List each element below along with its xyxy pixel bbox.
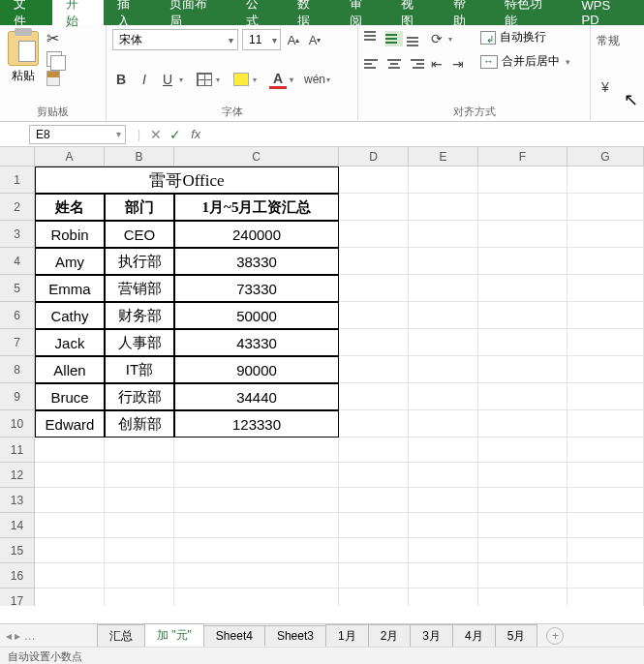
cell[interactable] — [174, 538, 339, 563]
fx-icon[interactable]: fx — [191, 127, 200, 141]
column-header[interactable]: G — [567, 147, 644, 166]
cut-icon[interactable]: ✂ — [46, 29, 62, 47]
cell[interactable] — [409, 194, 478, 221]
align-middle-button[interactable] — [385, 31, 403, 46]
cell[interactable] — [105, 513, 174, 538]
menu-feature[interactable]: 特色功能 — [491, 0, 567, 25]
cell[interactable] — [105, 438, 174, 463]
menu-insert[interactable]: 插入 — [104, 0, 156, 25]
cell[interactable] — [409, 221, 478, 248]
cell[interactable] — [339, 410, 409, 438]
add-sheet-button[interactable]: + — [546, 627, 564, 645]
cell[interactable] — [339, 589, 409, 606]
row-header[interactable]: 11 — [0, 438, 35, 463]
align-right-button[interactable] — [407, 56, 424, 72]
cell[interactable] — [409, 488, 478, 513]
cell[interactable] — [409, 563, 478, 589]
cell[interactable] — [105, 589, 174, 606]
menu-view[interactable]: 视图 — [387, 0, 440, 25]
currency-button[interactable]: ¥ — [597, 77, 614, 97]
cell[interactable] — [339, 383, 409, 410]
column-header[interactable]: F — [478, 147, 567, 166]
cell[interactable] — [478, 383, 567, 410]
italic-button[interactable]: I — [136, 70, 153, 89]
cell[interactable] — [478, 194, 567, 221]
row-header[interactable]: 8 — [0, 356, 35, 383]
cell[interactable] — [339, 194, 409, 221]
cell[interactable] — [174, 563, 339, 589]
select-all-corner[interactable] — [0, 147, 35, 166]
cell[interactable] — [567, 302, 644, 329]
cell[interactable] — [478, 513, 567, 538]
orientation-button[interactable]: ⟳ — [428, 29, 445, 48]
cell[interactable] — [35, 538, 105, 563]
menu-formula[interactable]: 公式 — [232, 0, 285, 25]
indent-increase-button[interactable]: ⇥ — [449, 54, 467, 74]
row-header[interactable]: 6 — [0, 302, 35, 329]
cell[interactable] — [567, 248, 644, 275]
align-top-button[interactable] — [364, 31, 382, 46]
column-header[interactable]: A — [35, 147, 105, 166]
bold-button[interactable]: B — [112, 70, 130, 89]
tab-nav[interactable]: ◂ ▸ … — [6, 629, 36, 643]
font-grow-button[interactable]: A▴ — [285, 30, 302, 49]
cell[interactable] — [478, 488, 567, 513]
row-header[interactable]: 12 — [0, 463, 35, 488]
cell[interactable] — [409, 383, 478, 410]
menu-data[interactable]: 数据 — [284, 0, 336, 25]
cell[interactable] — [105, 538, 174, 563]
align-center-button[interactable] — [385, 56, 403, 72]
menu-home[interactable]: 开始 — [52, 0, 105, 25]
cell[interactable] — [409, 248, 478, 275]
row-header[interactable]: 4 — [0, 248, 35, 275]
align-bottom-button[interactable] — [407, 31, 424, 46]
cell[interactable] — [409, 438, 478, 463]
cell[interactable] — [339, 356, 409, 383]
formula-input[interactable] — [200, 125, 644, 144]
cell[interactable] — [478, 356, 567, 383]
cell[interactable] — [409, 463, 478, 488]
cell[interactable] — [339, 275, 409, 302]
cell[interactable] — [567, 410, 644, 438]
menu-file[interactable]: 文件 — [0, 0, 52, 25]
cell[interactable] — [409, 302, 478, 329]
wrap-text-button[interactable]: 自动换行 — [480, 29, 570, 45]
cell[interactable] — [339, 463, 409, 488]
cell[interactable] — [567, 166, 644, 194]
cell[interactable] — [478, 275, 567, 302]
menu-wpspdf[interactable]: WPS PD — [568, 0, 644, 25]
font-size-select[interactable]: 11 — [242, 29, 281, 50]
column-header[interactable]: C — [174, 147, 339, 166]
column-header[interactable]: D — [339, 147, 409, 166]
cell[interactable] — [567, 438, 644, 463]
column-header[interactable]: E — [409, 147, 478, 166]
cell[interactable] — [478, 410, 567, 438]
menu-review[interactable]: 审阅 — [336, 0, 388, 25]
cell[interactable] — [35, 589, 105, 606]
cell[interactable] — [478, 438, 567, 463]
cell[interactable] — [339, 563, 409, 589]
row-header[interactable]: 7 — [0, 329, 35, 356]
cell[interactable] — [567, 589, 644, 606]
cell[interactable] — [35, 488, 105, 513]
cell[interactable] — [339, 221, 409, 248]
cell[interactable] — [105, 463, 174, 488]
accept-formula-button[interactable]: ✓ — [166, 127, 185, 142]
cell[interactable] — [567, 329, 644, 356]
cell[interactable] — [339, 248, 409, 275]
cell[interactable] — [478, 302, 567, 329]
merge-center-button[interactable]: 合并后居中 ▾ — [480, 53, 570, 70]
cell[interactable] — [339, 166, 409, 194]
column-header[interactable]: B — [105, 147, 174, 166]
row-header[interactable]: 15 — [0, 538, 35, 563]
cell[interactable] — [567, 275, 644, 302]
cell[interactable] — [478, 329, 567, 356]
cell[interactable] — [567, 463, 644, 488]
cell[interactable] — [105, 488, 174, 513]
cell[interactable] — [339, 488, 409, 513]
row-header[interactable]: 13 — [0, 488, 35, 513]
underline-button[interactable]: U — [159, 70, 176, 89]
row-header[interactable]: 2 — [0, 194, 35, 221]
cell[interactable] — [567, 513, 644, 538]
paste-button[interactable]: 粘贴 — [6, 29, 41, 86]
